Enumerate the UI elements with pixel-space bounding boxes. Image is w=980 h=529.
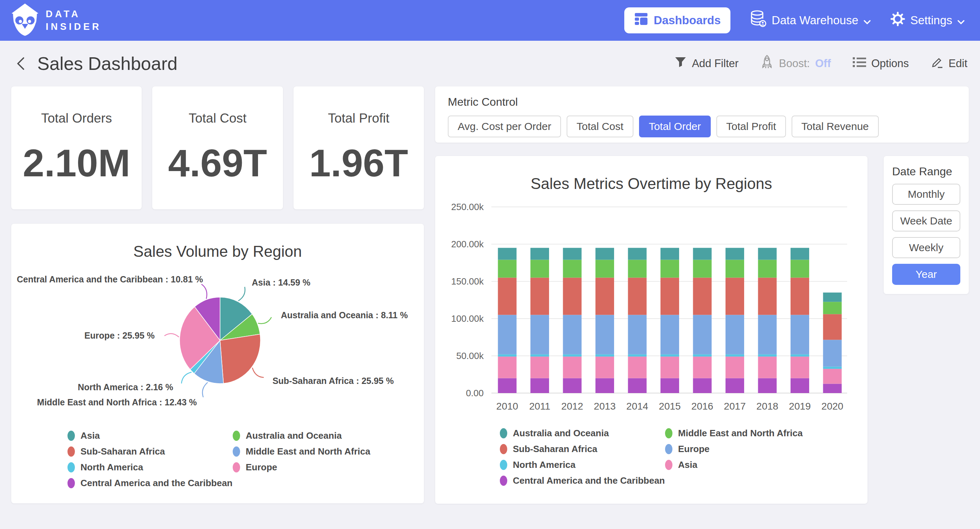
bar-segment-2012-asia	[563, 356, 582, 378]
kpi-label: Total Profit	[328, 111, 390, 126]
gear-icon	[890, 11, 905, 29]
bar-segment-2010-middle-east-and-north-africa	[498, 260, 517, 278]
date-range-option-year[interactable]: Year	[892, 264, 960, 285]
date-range-option-monthly[interactable]: Monthly	[892, 184, 960, 205]
legend-dot	[233, 431, 240, 441]
legend-item-central-america-and-the-caribbean[interactable]: Central America and the Caribbean	[500, 475, 665, 486]
date-range-options: MonthlyWeek DateWeeklyYear	[892, 184, 960, 285]
date-range-option-weekly[interactable]: Weekly	[892, 237, 960, 258]
boost-state: Off	[815, 57, 831, 70]
bar-segment-2013-central-america-and-the-caribbean	[595, 378, 614, 393]
x-axis-tick: 2020	[821, 401, 843, 412]
kpi-row: Total Orders 2.10M Total Cost 4.69T Tota…	[11, 86, 424, 209]
metric-option-avg-cost-per-order[interactable]: Avg. Cost per Order	[448, 116, 561, 137]
back-button[interactable]	[13, 56, 28, 71]
x-axis-tick: 2016	[691, 401, 713, 412]
metric-option-total-profit[interactable]: Total Profit	[716, 116, 786, 137]
date-range-title: Date Range	[892, 165, 960, 178]
nav-data-warehouse-button[interactable]: Data Warehouse	[750, 10, 870, 30]
bar-segment-2012-europe	[563, 315, 582, 354]
edit-button[interactable]: Edit	[931, 56, 967, 71]
bar-segment-2014-australia-and-oceania	[628, 248, 647, 260]
x-axis-tick: 2017	[724, 401, 746, 412]
bar-chart-title: Sales Metrics Overtime by Regions	[435, 156, 867, 192]
x-axis-tick: 2012	[562, 401, 583, 412]
bar-segment-2012-australia-and-oceania	[563, 248, 582, 260]
legend-dot	[233, 446, 240, 457]
nav-dashboards-button[interactable]: Dashboards	[624, 7, 731, 33]
legend-dot	[67, 446, 75, 457]
date-range-option-week-date[interactable]: Week Date	[892, 210, 960, 232]
legend-item-asia[interactable]: Asia	[67, 430, 233, 442]
nav-settings-button[interactable]: Settings	[890, 11, 964, 29]
legend-item-middle-east-and-north-africa[interactable]: Middle East and North Africa	[665, 427, 830, 439]
pie-label-line	[164, 334, 179, 337]
list-options-icon	[853, 57, 866, 71]
pie-label-line	[252, 368, 264, 378]
page-title: Sales Dashboard	[37, 53, 178, 74]
bar-segment-2014-europe	[628, 315, 647, 354]
pie-chart-card: Sales Volume by Region Asia : 14.59 %Aus…	[11, 224, 424, 504]
metric-control-card: Metric Control Avg. Cost per OrderTotal …	[435, 86, 969, 143]
bar-segment-2019-europe	[791, 315, 809, 354]
nav-dashboards-label: Dashboards	[654, 14, 721, 27]
legend-item-north-america[interactable]: North America	[500, 459, 665, 471]
legend-item-middle-east-and-north-africa[interactable]: Middle East and North Africa	[233, 445, 398, 458]
legend-item-europe[interactable]: Europe	[233, 461, 398, 473]
bar-segment-2019-middle-east-and-north-africa	[791, 260, 809, 278]
bar-segment-2017-central-america-and-the-caribbean	[725, 378, 744, 393]
legend-dot	[500, 444, 507, 454]
bar-segment-2015-asia	[660, 356, 679, 378]
bar-segment-2010-north-america	[498, 354, 517, 356]
boost-toggle[interactable]: Boost: Off	[760, 55, 831, 72]
add-filter-button[interactable]: Add Filter	[675, 56, 738, 71]
bar-segment-2020-north-america	[823, 367, 842, 369]
pie-label-line	[202, 383, 208, 397]
legend-label: Central America and the Caribbean	[513, 475, 665, 486]
legend-dot	[500, 460, 507, 470]
bar-segment-2019-asia	[791, 356, 809, 378]
bar-segment-2015-north-america	[660, 354, 679, 356]
pie-chart: Asia : 14.59 %Australia and Oceania : 8.…	[11, 260, 424, 427]
bar-segment-2016-europe	[693, 315, 712, 354]
bar-segment-2017-europe	[725, 315, 744, 354]
y-axis-tick: 50.00k	[456, 351, 484, 361]
bar-segment-2019-central-america-and-the-caribbean	[791, 378, 809, 393]
options-button[interactable]: Options	[853, 57, 909, 71]
options-label: Options	[871, 57, 909, 70]
legend-item-asia[interactable]: Asia	[665, 459, 830, 471]
bar-segment-2020-europe	[823, 340, 842, 366]
bar-segment-2017-asia	[725, 356, 744, 378]
legend-dot	[665, 428, 673, 438]
legend-label: Europe	[246, 462, 277, 473]
metric-option-total-order[interactable]: Total Order	[639, 116, 711, 137]
date-range-card: Date Range MonthlyWeek DateWeeklyYear	[884, 156, 969, 294]
legend-item-europe[interactable]: Europe	[665, 443, 830, 455]
kpi-value: 1.96T	[309, 140, 408, 185]
x-axis-tick: 2019	[789, 401, 811, 412]
legend-item-australia-and-oceania[interactable]: Australia and Oceania	[500, 427, 665, 439]
kpi-card-total-cost: Total Cost 4.69T	[152, 86, 283, 209]
legend-item-sub-saharan-africa[interactable]: Sub-Saharan Africa	[500, 443, 665, 455]
metric-options: Avg. Cost per OrderTotal CostTotal Order…	[448, 116, 956, 137]
metric-option-total-revenue[interactable]: Total Revenue	[792, 116, 879, 137]
y-axis-tick: 100.00k	[451, 313, 484, 324]
legend-item-sub-saharan-africa[interactable]: Sub-Saharan Africa	[67, 445, 233, 458]
x-axis-tick: 2015	[659, 401, 681, 412]
bar-segment-2018-asia	[758, 356, 777, 378]
y-axis-tick: 250.00k	[451, 202, 484, 212]
legend-label: Australia and Oceania	[246, 430, 342, 441]
bar-segment-2010-central-america-and-the-caribbean	[498, 378, 517, 393]
add-filter-label: Add Filter	[692, 57, 738, 70]
bar-segment-2014-sub-saharan-africa	[628, 278, 647, 315]
legend-item-australia-and-oceania[interactable]: Australia and Oceania	[233, 430, 398, 442]
pie-slice-label: Europe : 25.95 %	[84, 330, 155, 340]
legend-item-north-america[interactable]: North America	[67, 461, 233, 473]
bar-segment-2010-australia-and-oceania	[498, 248, 517, 260]
page-header: Sales Dashboard Add Filter Boost: Off	[0, 41, 980, 86]
legend-item-central-america-and-the-caribbean[interactable]: Central America and the Caribbean	[67, 477, 233, 489]
pie-slice-label: North America : 2.16 %	[78, 382, 173, 392]
metric-option-total-cost[interactable]: Total Cost	[566, 116, 633, 137]
bar-segment-2019-australia-and-oceania	[791, 248, 809, 260]
bar-segment-2013-middle-east-and-north-africa	[595, 260, 614, 278]
